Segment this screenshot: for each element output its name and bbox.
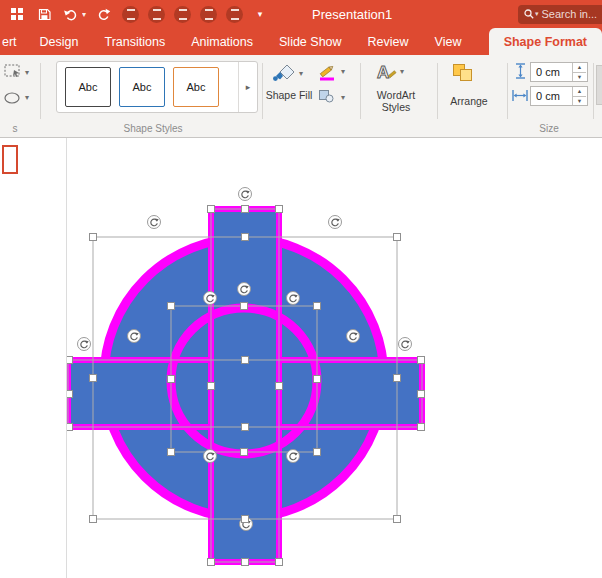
quick-access-icon-2[interactable] xyxy=(148,6,165,23)
shape-width-input[interactable] xyxy=(531,87,572,105)
height-step-up[interactable]: ▲ xyxy=(573,63,586,73)
selection-handle[interactable] xyxy=(90,375,97,382)
rotation-handle[interactable] xyxy=(329,216,342,229)
grid-icon[interactable] xyxy=(7,4,27,24)
chevron-down-icon[interactable]: ▾ xyxy=(250,4,270,24)
rotation-handle[interactable] xyxy=(238,283,251,296)
shape-style-preview-2[interactable]: Abc xyxy=(119,67,165,107)
shape-outline-caret[interactable]: ▾ xyxy=(341,67,345,76)
selection-handle[interactable] xyxy=(394,516,401,523)
rotation-handle[interactable] xyxy=(399,338,412,351)
tab-shape-format[interactable]: Shape Format xyxy=(489,28,602,55)
width-step-up[interactable]: ▲ xyxy=(573,87,586,97)
rotation-handle[interactable] xyxy=(148,216,161,229)
shape-vertical-bar[interactable] xyxy=(211,209,279,562)
shape-height-input[interactable] xyxy=(531,63,572,81)
selection-handle[interactable] xyxy=(418,424,425,431)
shape-outline-button[interactable] xyxy=(318,63,338,85)
selection-handle[interactable] xyxy=(168,376,175,383)
selection-handle[interactable] xyxy=(394,375,401,382)
shape-style-preview-1[interactable]: Abc xyxy=(65,67,111,107)
selection-handle[interactable] xyxy=(241,303,248,310)
tab-review[interactable]: Review xyxy=(355,28,422,55)
height-step-down[interactable]: ▼ xyxy=(573,73,586,82)
width-step-down[interactable]: ▼ xyxy=(573,97,586,106)
tab-transitions[interactable]: Transitions xyxy=(92,28,179,55)
shape-tool-caret[interactable]: ▾ xyxy=(25,93,29,102)
shape-style-gallery: Abc Abc Abc ▸ xyxy=(56,61,258,113)
shape-style-gallery-more-button[interactable]: ▸ xyxy=(238,62,257,112)
redo-icon[interactable] xyxy=(93,4,113,24)
select-tool-icon[interactable] xyxy=(4,64,22,82)
rotation-handle[interactable] xyxy=(239,188,252,201)
cropped-ribbon-control[interactable] xyxy=(596,65,602,105)
selection-handle[interactable] xyxy=(418,357,425,364)
shape-effects-button[interactable] xyxy=(318,89,334,107)
selection-handle[interactable] xyxy=(67,357,73,364)
shape-fill-caret[interactable]: ▾ xyxy=(299,69,303,78)
selection-handle[interactable] xyxy=(208,383,215,390)
quick-access-icon-1[interactable] xyxy=(122,6,139,23)
selection-handle[interactable] xyxy=(394,234,401,241)
tab-insert-partial[interactable]: ert xyxy=(0,28,27,55)
select-tool-caret[interactable]: ▾ xyxy=(25,68,29,77)
wordart-styles-button[interactable]: A xyxy=(374,61,398,87)
selection-handle[interactable] xyxy=(168,303,175,310)
tab-design[interactable]: Design xyxy=(27,28,92,55)
shape-fill-button[interactable] xyxy=(272,63,296,87)
rotation-handle[interactable] xyxy=(287,292,300,305)
selection-handle[interactable] xyxy=(242,516,249,523)
selection-handle[interactable] xyxy=(276,206,283,213)
undo-icon[interactable] xyxy=(61,4,81,24)
shape-tool-glyph xyxy=(4,92,22,104)
shape-effects-caret[interactable]: ▾ xyxy=(341,93,345,102)
rotation-handle[interactable] xyxy=(78,338,91,351)
rotation-handle[interactable] xyxy=(128,330,141,343)
shape-effects-icon xyxy=(318,89,334,103)
selection-handle[interactable] xyxy=(242,357,249,364)
selection-handle[interactable] xyxy=(276,559,283,566)
selection-handle[interactable] xyxy=(242,206,249,213)
search-scope-caret[interactable]: ▾ xyxy=(535,10,539,18)
quick-access-glyph xyxy=(231,9,239,20)
shape-fill-bucket-icon xyxy=(272,63,296,83)
save-icon[interactable] xyxy=(34,4,54,24)
shape-style-preview-3[interactable]: Abc xyxy=(173,67,219,107)
selection-handle[interactable] xyxy=(242,424,249,431)
document-title: Presentation1 xyxy=(312,7,392,22)
selection-handle[interactable] xyxy=(276,383,283,390)
selection-handle[interactable] xyxy=(242,559,249,566)
selection-handle[interactable] xyxy=(67,424,73,431)
selection-handle[interactable] xyxy=(90,516,97,523)
group-label-partial: s xyxy=(0,123,30,134)
tab-slide-show[interactable]: Slide Show xyxy=(266,28,355,55)
rotation-handle[interactable] xyxy=(287,450,300,463)
selection-handle[interactable] xyxy=(208,559,215,566)
rotation-handle[interactable] xyxy=(347,330,360,343)
shape-tool-icon[interactable] xyxy=(4,90,22,108)
selection-handle[interactable] xyxy=(90,234,97,241)
selection-handle[interactable] xyxy=(418,391,425,398)
rotation-handle[interactable] xyxy=(204,450,217,463)
selection-handle[interactable] xyxy=(241,449,248,456)
selection-handle[interactable] xyxy=(242,234,249,241)
quick-access-icon-3[interactable] xyxy=(174,6,191,23)
selection-handle[interactable] xyxy=(314,449,321,456)
slide-thumbnail[interactable] xyxy=(2,145,18,174)
quick-access-glyph xyxy=(153,9,161,20)
selection-handle[interactable] xyxy=(208,206,215,213)
tab-animations[interactable]: Animations xyxy=(178,28,266,55)
tab-view[interactable]: View xyxy=(422,28,475,55)
arrange-button[interactable] xyxy=(452,63,474,87)
quick-access-icon-4[interactable] xyxy=(200,6,217,23)
rotation-handle[interactable] xyxy=(204,292,217,305)
selection-handle[interactable] xyxy=(67,391,73,398)
selection-handle[interactable] xyxy=(314,376,321,383)
selection-handle[interactable] xyxy=(314,303,321,310)
selection-handle[interactable] xyxy=(168,449,175,456)
wordart-caret[interactable]: ▾ xyxy=(400,67,404,76)
quick-access-icon-5[interactable] xyxy=(226,6,243,23)
slide-canvas[interactable] xyxy=(67,138,602,578)
undo-dropdown-caret[interactable]: ▾ xyxy=(82,10,86,19)
search-box[interactable]: ▾ Search in... xyxy=(518,5,602,24)
